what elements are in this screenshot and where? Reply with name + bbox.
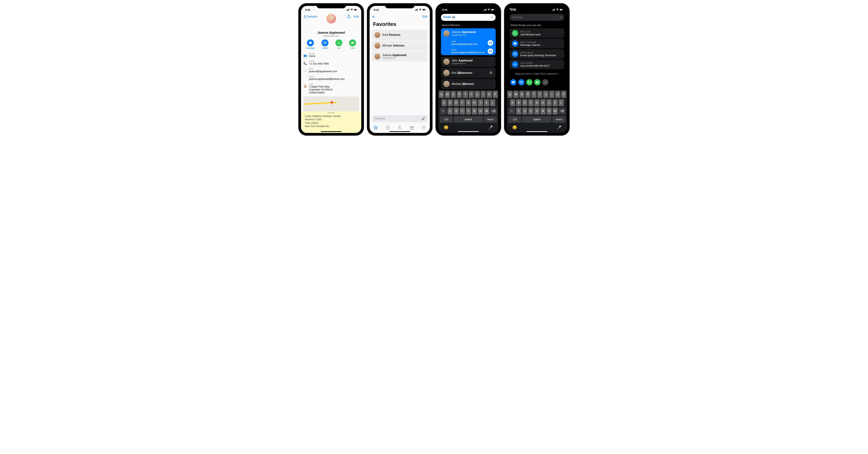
key-l[interactable]: L bbox=[490, 99, 495, 106]
key-s[interactable]: S bbox=[516, 99, 521, 106]
home-email-row[interactable]: home joanna.appleseed@icloud.com bbox=[301, 74, 361, 82]
search-input[interactable]: Cardhop 🎤 bbox=[372, 115, 427, 122]
key-f[interactable]: F bbox=[528, 99, 533, 106]
key-v[interactable]: V bbox=[466, 107, 471, 115]
key-a[interactable]: A bbox=[441, 99, 447, 106]
home-indicator[interactable] bbox=[527, 131, 547, 132]
backspace-key[interactable]: ⌫ bbox=[490, 107, 497, 115]
key-y[interactable]: Y bbox=[537, 91, 542, 98]
key-b[interactable]: B bbox=[472, 107, 477, 115]
email-action-icon[interactable] bbox=[488, 48, 493, 54]
mobile-row[interactable]: 📞 mobile +1 321-456-7890 bbox=[301, 59, 361, 66]
key-i[interactable]: I bbox=[549, 91, 554, 98]
suggestion-item[interactable]: Send a messageMessage Joanna bbox=[509, 39, 564, 48]
tab-favorites[interactable] bbox=[373, 125, 378, 130]
key-h[interactable]: H bbox=[540, 99, 546, 106]
key-w[interactable]: W bbox=[445, 91, 450, 98]
clear-icon[interactable]: ✕ bbox=[559, 15, 562, 19]
chip-call[interactable] bbox=[526, 79, 532, 86]
key-s[interactable]: S bbox=[447, 99, 453, 106]
favorite-item[interactable]: Kent Pacheco bbox=[372, 30, 427, 40]
notes-handle[interactable] bbox=[328, 112, 335, 113]
email-action-icon[interactable] bbox=[488, 40, 493, 46]
tab-contacts[interactable] bbox=[397, 125, 402, 130]
suggestion-item[interactable]: Add a contactAmy Smith 608-555-0127 bbox=[509, 60, 564, 69]
email-work-row[interactable]: workjoanna@appleseed.com bbox=[441, 39, 496, 47]
key-x[interactable]: X bbox=[454, 107, 459, 115]
tab-birthdays[interactable] bbox=[409, 125, 414, 130]
dictation-key[interactable]: 🎤 bbox=[488, 125, 493, 130]
edit-button[interactable]: Edit bbox=[354, 15, 359, 19]
key-k[interactable]: K bbox=[553, 99, 558, 106]
key-w[interactable]: W bbox=[513, 91, 518, 98]
contact-avatar[interactable] bbox=[327, 14, 336, 24]
search-result-selected[interactable]: Joanna AppleseedAppleseed Inc. workjoann… bbox=[441, 28, 496, 55]
key-d[interactable]: D bbox=[454, 99, 459, 106]
tab-settings[interactable] bbox=[422, 125, 426, 130]
emoji-key[interactable]: 😀 bbox=[512, 125, 517, 130]
home-indicator[interactable] bbox=[321, 131, 342, 132]
suggestion-item[interactable]: Start a callCall Michael work bbox=[509, 28, 564, 38]
key-g[interactable]: G bbox=[534, 99, 539, 106]
mic-icon[interactable]: 🎤 bbox=[422, 117, 425, 120]
search-input[interactable]: Email Jo ✕ bbox=[441, 14, 496, 21]
key-t[interactable]: T bbox=[531, 91, 536, 98]
key-m[interactable]: M bbox=[553, 107, 558, 115]
map-thumbnail[interactable]: 📍 bbox=[304, 97, 359, 112]
key-o[interactable]: O bbox=[487, 91, 492, 98]
back-to-app[interactable]: ◀ Safari bbox=[509, 8, 516, 10]
keyboard[interactable]: QWERTYUIOP ASDFGHJKL ⇧ZXCVBNM⌫ 123spacer… bbox=[507, 90, 567, 133]
clear-icon[interactable]: ✕ bbox=[491, 15, 493, 19]
key-e[interactable]: E bbox=[451, 91, 456, 98]
key-h[interactable]: H bbox=[472, 99, 477, 106]
dictation-badge[interactable]: 🎙 bbox=[489, 71, 493, 75]
favorite-item[interactable]: Joanna AppleseedAppleseed Inc. bbox=[372, 52, 427, 61]
shift-key[interactable]: ⇧ bbox=[440, 107, 447, 115]
numbers-key[interactable]: 123 bbox=[439, 116, 453, 123]
key-q[interactable]: Q bbox=[439, 91, 444, 98]
keyboard[interactable]: QWERTYUIOP ASDFGHJKL ⇧ZXCVBNM⌫ 123spacer… bbox=[438, 90, 498, 133]
space-key[interactable]: space bbox=[454, 116, 483, 123]
key-c[interactable]: C bbox=[460, 107, 465, 115]
key-t[interactable]: T bbox=[463, 91, 468, 98]
key-j[interactable]: J bbox=[478, 99, 483, 106]
suggestion-item[interactable]: Email a groupEmail /party Birthday Remin… bbox=[509, 49, 564, 59]
search-result[interactable]: Michael Johnson bbox=[441, 79, 496, 89]
notes-card[interactable]: 3 kids: Matthew, Barbara, Sandra Married… bbox=[301, 111, 361, 133]
search-result[interactable]: Kim Johansson🎙 bbox=[441, 68, 496, 78]
key-z[interactable]: Z bbox=[516, 107, 521, 115]
email-home-row[interactable]: homejoanna.appleseed@icloud.com bbox=[441, 47, 496, 55]
key-m[interactable]: M bbox=[484, 107, 489, 115]
key-r[interactable]: R bbox=[457, 91, 462, 98]
key-i[interactable]: I bbox=[481, 91, 486, 98]
return-key[interactable]: return bbox=[484, 116, 497, 123]
key-k[interactable]: K bbox=[484, 99, 489, 106]
video-button[interactable]: video bbox=[349, 39, 356, 49]
key-d[interactable]: D bbox=[522, 99, 527, 106]
key-l[interactable]: L bbox=[559, 99, 564, 106]
key-n[interactable]: N bbox=[547, 107, 552, 115]
home-indicator[interactable] bbox=[390, 131, 410, 132]
key-r[interactable]: R bbox=[525, 91, 530, 98]
key-n[interactable]: N bbox=[478, 107, 483, 115]
key-p[interactable]: P bbox=[493, 91, 498, 98]
dictation-key[interactable]: 🎤 bbox=[557, 125, 561, 130]
return-key[interactable]: return bbox=[552, 116, 566, 123]
edit-button[interactable]: Edit bbox=[422, 15, 427, 19]
key-b[interactable]: B bbox=[540, 107, 546, 115]
key-f[interactable]: F bbox=[460, 99, 465, 106]
share-icon[interactable] bbox=[347, 14, 351, 19]
key-z[interactable]: Z bbox=[447, 107, 453, 115]
numbers-key[interactable]: 123 bbox=[508, 116, 521, 123]
key-y[interactable]: Y bbox=[469, 91, 474, 98]
key-v[interactable]: V bbox=[534, 107, 539, 115]
message-button[interactable]: message bbox=[306, 39, 315, 49]
back-button[interactable]: Contacts bbox=[304, 15, 317, 19]
key-o[interactable]: O bbox=[555, 91, 560, 98]
work-email-row[interactable]: ✉️ work joanna@appleseed.com bbox=[301, 66, 361, 74]
favorite-item[interactable]: Michael Johnson bbox=[372, 41, 427, 51]
key-u[interactable]: U bbox=[543, 91, 548, 98]
key-e[interactable]: E bbox=[519, 91, 524, 98]
key-x[interactable]: X bbox=[522, 107, 527, 115]
key-g[interactable]: G bbox=[466, 99, 471, 106]
